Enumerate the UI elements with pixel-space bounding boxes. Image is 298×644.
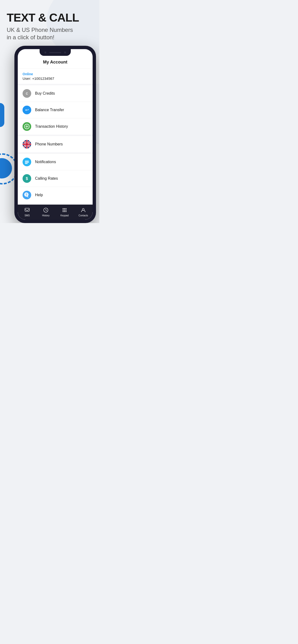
menu-item-balance-transfer[interactable]: ↩ Balance Transfer bbox=[18, 102, 93, 118]
nav-item-history[interactable]: History bbox=[37, 207, 55, 217]
history-nav-icon bbox=[43, 207, 49, 213]
menu-item-buy-credits[interactable]: C Buy Credits bbox=[18, 85, 93, 102]
menu-section-numbers: Phone Numbers bbox=[18, 136, 93, 154]
notch-camera bbox=[44, 52, 46, 54]
notch-speaker bbox=[49, 52, 61, 53]
screen-title: My Account bbox=[23, 60, 88, 65]
menu-item-notifications[interactable]: Notifications bbox=[18, 154, 93, 170]
svg-rect-17 bbox=[23, 144, 31, 145]
header-area: TEXT & CALL UK & US Phone Numbersin a cl… bbox=[0, 0, 99, 46]
contacts-nav-label: Contacts bbox=[78, 214, 88, 217]
help-icon: ? bbox=[23, 191, 31, 199]
keypad-nav-icon bbox=[61, 207, 68, 213]
sms-nav-label: SMS bbox=[25, 214, 30, 217]
balance-transfer-label: Balance Transfer bbox=[35, 108, 64, 112]
keypad-nav-label: Keypad bbox=[60, 214, 69, 217]
phone-frame: My Account Online User: +1001234567 C bbox=[14, 46, 96, 223]
svg-text:$: $ bbox=[26, 176, 28, 181]
nav-item-keypad[interactable]: Keypad bbox=[55, 207, 74, 217]
calling-rates-label: Calling Rates bbox=[35, 176, 58, 181]
menu-item-phone-numbers[interactable]: Phone Numbers bbox=[18, 136, 93, 152]
phone-screen: My Account Online User: +1001234567 C bbox=[18, 49, 93, 220]
svg-rect-21 bbox=[25, 163, 28, 164]
menu-item-calling-rates[interactable]: $ Calling Rates bbox=[18, 170, 93, 187]
svg-point-31 bbox=[64, 208, 65, 209]
svg-text:↩: ↩ bbox=[25, 108, 29, 112]
status-user: User: +1001234567 bbox=[23, 76, 88, 80]
balance-transfer-icon: ↩ bbox=[23, 106, 31, 114]
phone-numbers-icon bbox=[23, 140, 31, 148]
svg-point-35 bbox=[66, 210, 66, 210]
notifications-icon bbox=[23, 158, 31, 166]
svg-point-37 bbox=[64, 211, 65, 212]
svg-point-34 bbox=[64, 210, 65, 210]
transaction-history-label: Transaction History bbox=[35, 124, 68, 129]
blue-pill-decoration bbox=[0, 103, 4, 127]
user-status-area: Online User: +1001234567 bbox=[18, 69, 93, 85]
buy-credits-icon: C bbox=[23, 89, 31, 98]
buy-credits-label: Buy Credits bbox=[35, 91, 55, 96]
phone-mockup: My Account Online User: +1001234567 C bbox=[14, 46, 96, 223]
app-title: TEXT & CALL bbox=[7, 12, 93, 24]
svg-rect-20 bbox=[25, 162, 29, 163]
notch-sensor bbox=[64, 52, 66, 54]
svg-point-33 bbox=[63, 210, 64, 210]
calling-rates-icon: $ bbox=[23, 174, 31, 183]
svg-rect-19 bbox=[25, 161, 29, 162]
bottom-nav: SMS History bbox=[18, 204, 93, 220]
svg-point-32 bbox=[66, 208, 66, 209]
menu-item-help[interactable]: ? Help bbox=[18, 187, 93, 203]
svg-text:C: C bbox=[26, 92, 28, 95]
app-subtitle: UK & US Phone Numbersin a click of butto… bbox=[7, 26, 93, 41]
phone-numbers-label: Phone Numbers bbox=[35, 142, 63, 146]
nav-item-sms[interactable]: SMS bbox=[18, 207, 37, 217]
contacts-nav-icon bbox=[80, 207, 86, 213]
nav-item-contacts[interactable]: Contacts bbox=[74, 207, 93, 217]
svg-point-38 bbox=[66, 211, 66, 212]
status-online: Online bbox=[23, 72, 88, 76]
svg-point-30 bbox=[63, 208, 64, 209]
help-label: Help bbox=[35, 193, 43, 197]
history-nav-label: History bbox=[42, 214, 49, 217]
svg-text:?: ? bbox=[26, 193, 27, 196]
notifications-label: Notifications bbox=[35, 160, 56, 164]
sms-nav-icon bbox=[24, 207, 30, 213]
phone-notch bbox=[40, 49, 71, 56]
svg-point-36 bbox=[63, 211, 64, 212]
menu-section-settings: Notifications $ Calling Rates bbox=[18, 154, 93, 204]
menu-section-finance: C Buy Credits ↩ Balance Transfer bbox=[18, 85, 93, 136]
transaction-history-icon bbox=[23, 122, 31, 131]
menu-item-transaction-history[interactable]: Transaction History bbox=[18, 118, 93, 135]
